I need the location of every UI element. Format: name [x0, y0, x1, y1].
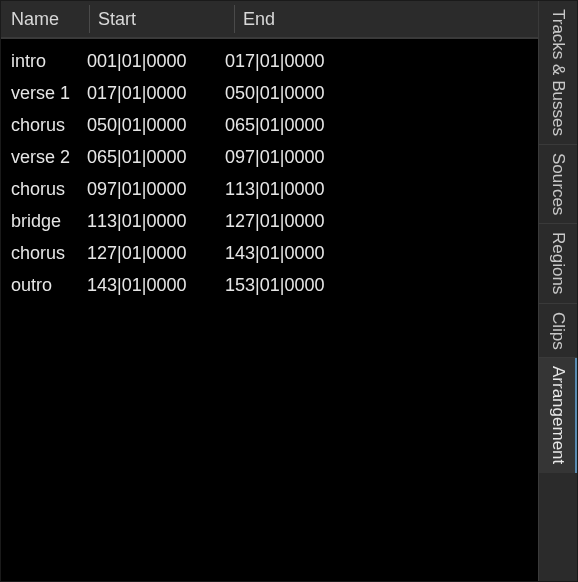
- cell-end: 113|01|0000: [225, 179, 538, 200]
- cell-name: chorus: [11, 179, 87, 200]
- cell-start: 050|01|0000: [87, 115, 225, 136]
- tab-arrangement[interactable]: Arrangement: [539, 358, 577, 472]
- header-end[interactable]: End: [235, 9, 538, 30]
- table-row[interactable]: verse 2065|01|0000097|01|0000: [1, 141, 538, 173]
- cell-name: outro: [11, 275, 87, 296]
- cell-end: 097|01|0000: [225, 147, 538, 168]
- tab-sources[interactable]: Sources: [539, 145, 577, 224]
- table-row[interactable]: chorus050|01|0000065|01|0000: [1, 109, 538, 141]
- cell-end: 017|01|0000: [225, 51, 538, 72]
- table-row[interactable]: bridge113|01|0000127|01|0000: [1, 205, 538, 237]
- header-start[interactable]: Start: [90, 9, 234, 30]
- table-header: Name Start End: [1, 1, 538, 39]
- cell-end: 050|01|0000: [225, 83, 538, 104]
- side-tabs: Tracks & BussesSourcesRegionsClipsArrang…: [538, 1, 577, 581]
- cell-name: bridge: [11, 211, 87, 232]
- table-row[interactable]: outro143|01|0000153|01|0000: [1, 269, 538, 301]
- cell-start: 065|01|0000: [87, 147, 225, 168]
- header-name[interactable]: Name: [11, 9, 89, 30]
- cell-start: 017|01|0000: [87, 83, 225, 104]
- table-row[interactable]: intro001|01|0000017|01|0000: [1, 45, 538, 77]
- app-frame: Name Start End intro001|01|0000017|01|00…: [0, 0, 578, 582]
- cell-end: 153|01|0000: [225, 275, 538, 296]
- cell-name: intro: [11, 51, 87, 72]
- cell-name: chorus: [11, 115, 87, 136]
- cell-name: verse 2: [11, 147, 87, 168]
- cell-name: verse 1: [11, 83, 87, 104]
- cell-start: 097|01|0000: [87, 179, 225, 200]
- table-row[interactable]: verse 1017|01|0000050|01|0000: [1, 77, 538, 109]
- table-body: intro001|01|0000017|01|0000verse 1017|01…: [1, 39, 538, 581]
- cell-end: 127|01|0000: [225, 211, 538, 232]
- cell-start: 143|01|0000: [87, 275, 225, 296]
- cell-start: 127|01|0000: [87, 243, 225, 264]
- tab-clips[interactable]: Clips: [539, 304, 577, 359]
- tab-regions[interactable]: Regions: [539, 224, 577, 303]
- cell-end: 143|01|0000: [225, 243, 538, 264]
- cell-start: 113|01|0000: [87, 211, 225, 232]
- cell-end: 065|01|0000: [225, 115, 538, 136]
- tab-tracks-busses[interactable]: Tracks & Busses: [539, 1, 577, 145]
- cell-name: chorus: [11, 243, 87, 264]
- table-row[interactable]: chorus097|01|0000113|01|0000: [1, 173, 538, 205]
- arrangement-panel: Name Start End intro001|01|0000017|01|00…: [1, 1, 538, 581]
- cell-start: 001|01|0000: [87, 51, 225, 72]
- table-row[interactable]: chorus127|01|0000143|01|0000: [1, 237, 538, 269]
